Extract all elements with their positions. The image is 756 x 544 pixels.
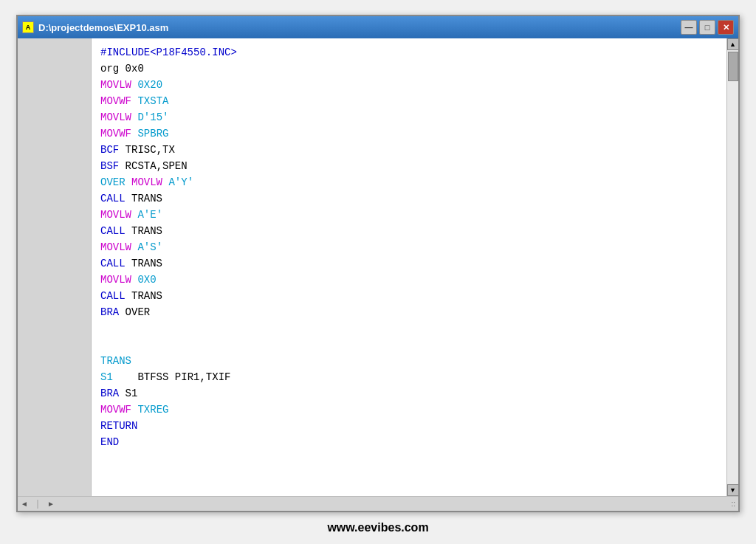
scroll-right-arrow[interactable]: ►: [47, 500, 55, 508]
code-line: BRA OVER: [100, 304, 718, 320]
status-bar: ◄ ► ::: [18, 496, 738, 511]
maximize-button[interactable]: □: [699, 20, 715, 35]
code-line: CALL TRANS: [100, 190, 718, 207]
code-line: OVER MOVLW A'Y': [100, 174, 718, 190]
code-line: MOVWF TXSTA: [100, 93, 718, 109]
code-line: MOVWF SPBRG: [100, 125, 718, 142]
title-bar: A D:\projectdemos\EXP10.asm — □ ✕: [18, 16, 738, 38]
code-line: org 0x0: [100, 61, 718, 77]
minimize-button[interactable]: —: [681, 20, 697, 35]
main-window: A D:\projectdemos\EXP10.asm — □ ✕ #INCLU…: [16, 15, 740, 512]
code-line: BSF RCSTA,SPEN: [100, 158, 718, 174]
window-title: D:\projectdemos\EXP10.asm: [38, 22, 168, 33]
code-line: #INCLUDE<P18F4550.INC>: [100, 44, 718, 61]
code-line: S1 BTFSS PIR1,TXIF: [100, 369, 718, 385]
code-line: MOVLW A'S': [100, 239, 718, 255]
website-label: www.eevibes.com: [327, 521, 428, 534]
status-left: ◄ ►: [21, 500, 55, 509]
code-line: TRANS: [100, 353, 718, 369]
code-line: [100, 320, 718, 337]
scroll-down-arrow[interactable]: ▼: [727, 484, 739, 496]
code-line: CALL TRANS: [100, 288, 718, 304]
resize-grip[interactable]: ::: [731, 500, 735, 508]
code-line: RETURN: [100, 418, 718, 434]
scroll-track: [727, 50, 738, 484]
code-line: MOVLW 0X20: [100, 77, 718, 93]
scroll-up-arrow[interactable]: ▲: [727, 38, 739, 50]
close-button[interactable]: ✕: [718, 20, 734, 35]
code-line: MOVWF TXREG: [100, 402, 718, 418]
title-buttons: — □ ✕: [681, 20, 734, 35]
title-bar-left: A D:\projectdemos\EXP10.asm: [22, 21, 168, 33]
code-line: BCF TRISC,TX: [100, 142, 718, 158]
code-line: MOVLW D'15': [100, 109, 718, 125]
code-line: MOVLW A'E': [100, 207, 718, 223]
code-editor[interactable]: #INCLUDE<P18F4550.INC>org 0x0MOVLW 0X20M…: [92, 38, 726, 496]
horizontal-scrollbar[interactable]: [37, 500, 38, 509]
code-line: MOVLW 0X0: [100, 272, 718, 288]
vertical-scrollbar[interactable]: ▲ ▼: [726, 38, 738, 496]
editor-area: #INCLUDE<P18F4550.INC>org 0x0MOVLW 0X20M…: [18, 38, 738, 496]
scroll-left-arrow[interactable]: ◄: [21, 500, 28, 508]
code-line: CALL TRANS: [100, 223, 718, 239]
code-line: CALL TRANS: [100, 255, 718, 272]
code-line: END: [100, 434, 718, 450]
line-numbers-panel: [18, 38, 92, 496]
code-line: BRA S1: [100, 385, 718, 402]
scroll-thumb[interactable]: [728, 52, 738, 81]
app-icon: A: [22, 21, 34, 33]
code-line: [100, 337, 718, 353]
